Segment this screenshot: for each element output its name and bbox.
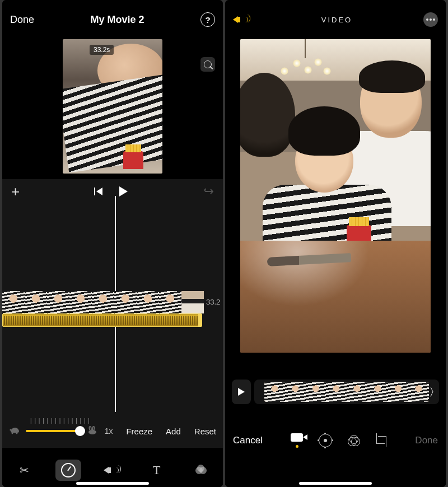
project-title: My Movie 2 <box>91 14 144 26</box>
adjust-icon <box>319 434 332 447</box>
home-indicator[interactable] <box>299 482 372 485</box>
add-speed-button[interactable]: Add <box>166 427 181 436</box>
volume-icon <box>104 465 121 475</box>
clip-thumbnail <box>69 291 92 313</box>
video-preview[interactable] <box>240 39 431 353</box>
trim-thumbnail <box>326 382 347 402</box>
preview-knife <box>267 253 352 266</box>
magnifier-icon <box>204 60 212 68</box>
reset-speed-button[interactable]: Reset <box>194 427 216 436</box>
preview-content-graphic <box>123 151 143 169</box>
preview-person-child <box>263 106 375 252</box>
sound-waves-icon <box>246 15 250 25</box>
trim-strip: 〈 〉 <box>232 380 439 404</box>
skip-start-button[interactable] <box>96 188 102 195</box>
play-button[interactable] <box>119 186 128 196</box>
clip-thumbnail <box>137 291 159 313</box>
trim-filmstrip[interactable] <box>264 382 429 402</box>
home-indicator[interactable] <box>76 482 149 485</box>
filters-icon <box>348 435 359 446</box>
transport-toolbar: + ↩ <box>2 179 223 204</box>
tab-titles[interactable]: T <box>144 460 170 481</box>
video-editor-footer: Cancel Done <box>225 410 446 487</box>
tab-filters[interactable] <box>188 460 214 481</box>
cancel-button[interactable]: Cancel <box>233 435 263 446</box>
timeline-panel: + ↩ <box>2 179 223 448</box>
tab-selected-dot <box>296 445 298 448</box>
clip-thumbnail <box>47 291 69 313</box>
tab-video[interactable] <box>291 433 303 448</box>
preview-table <box>240 241 431 353</box>
freeze-button[interactable]: Freeze <box>126 427 152 436</box>
add-media-button[interactable]: + <box>11 183 20 200</box>
trim-handle-left[interactable]: 〈 <box>258 385 264 400</box>
clip-thumbnail <box>2 291 25 313</box>
photos-video-editor-screen: VIDEO 〈 <box>225 0 446 487</box>
speed-ticks: | | | | | | | | | | | | | | | <box>30 418 90 424</box>
done-button[interactable]: Done <box>10 14 34 26</box>
tab-filters[interactable] <box>348 435 359 446</box>
trim-control[interactable]: 〈 〉 <box>254 380 439 404</box>
trim-thumbnail <box>388 382 409 402</box>
timeline-track[interactable]: 33.2 <box>2 291 223 329</box>
svg-point-1 <box>16 432 18 434</box>
preview-bg <box>305 39 306 58</box>
rabbit-icon <box>87 426 98 437</box>
video-camera-icon <box>291 433 303 442</box>
preview-lights <box>281 56 331 81</box>
speedometer-icon <box>61 463 76 477</box>
text-icon: T <box>153 463 160 477</box>
trim-thumbnail <box>408 382 429 402</box>
tab-adjust[interactable] <box>319 434 332 447</box>
play-icon <box>238 388 245 396</box>
editor-mode-title: VIDEO <box>321 16 352 24</box>
audio-clip-selected[interactable] <box>2 313 202 327</box>
clip-thumbnail <box>114 291 137 313</box>
clip-thumbnail <box>25 291 47 313</box>
clip-duration-badge: 33.2s <box>90 45 114 55</box>
tab-crop[interactable] <box>375 434 387 447</box>
trim-thumbnail <box>285 382 306 402</box>
help-button[interactable]: ? <box>200 12 215 27</box>
svg-point-2 <box>10 429 11 430</box>
speaker-icon <box>233 16 238 23</box>
speed-slider[interactable] <box>26 430 81 432</box>
clip-thumbnail <box>92 291 114 313</box>
crop-icon <box>375 434 387 447</box>
done-button-disabled: Done <box>415 435 438 446</box>
trim-thumbnail <box>367 382 388 402</box>
clip-thumbnail <box>181 291 204 313</box>
video-clip[interactable] <box>2 291 204 313</box>
timeline-duration-label: 33.2 <box>206 298 220 306</box>
editor-header: Done My Movie 2 ? <box>2 0 223 39</box>
audio-waveform <box>4 316 199 325</box>
trim-thumbnail <box>264 382 285 402</box>
speed-slider-knob[interactable] <box>75 426 85 436</box>
preview-viewer[interactable]: 33.2s <box>63 39 162 174</box>
editor-tabs <box>291 433 387 448</box>
filters-icon <box>195 465 207 476</box>
trim-thumbnail <box>306 382 326 402</box>
tab-speed[interactable] <box>55 460 81 481</box>
turtle-icon <box>9 427 20 436</box>
tab-split[interactable]: ✂ <box>11 460 37 481</box>
speed-control-bar: | | | | | | | | | | | | | | | 1x Freeze … <box>9 421 216 441</box>
undo-button[interactable]: ↩ <box>204 184 214 199</box>
trim-thumbnail <box>347 382 367 402</box>
video-editor-header: VIDEO <box>225 0 446 39</box>
trim-handle-right[interactable]: 〉 <box>429 385 436 400</box>
imovie-editor-screen: Done My Movie 2 ? 33.2s + ↩ <box>2 0 223 487</box>
tab-volume[interactable] <box>100 460 125 481</box>
speed-slider-fill <box>26 430 79 432</box>
speed-value: 1x <box>105 427 113 436</box>
svg-point-0 <box>12 432 13 434</box>
mute-toggle[interactable] <box>233 15 250 25</box>
more-options-button[interactable] <box>423 12 438 27</box>
preview-content-shirt <box>63 75 162 173</box>
zoom-button[interactable] <box>200 57 215 72</box>
clip-thumbnail <box>159 291 181 313</box>
scissors-icon: ✂ <box>20 463 29 477</box>
trim-play-button[interactable] <box>232 380 251 404</box>
